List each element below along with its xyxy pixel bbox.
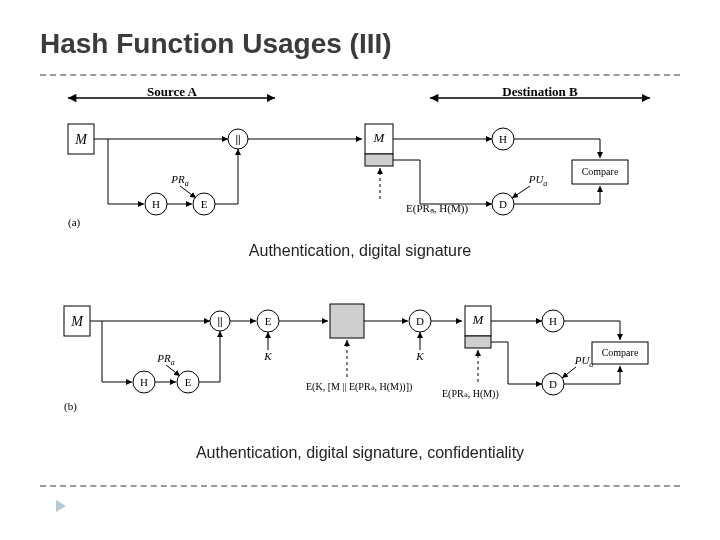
sig-block-a: [365, 154, 393, 166]
cipher-block-b: [330, 304, 364, 338]
divider-bottom: [40, 485, 680, 487]
box-m-src: M: [74, 132, 88, 147]
svg-line-24: [512, 186, 530, 198]
header-dest: Destination B: [502, 86, 578, 99]
page-title: Hash Function Usages (III): [40, 28, 392, 60]
e-k-b: E: [265, 315, 272, 327]
d-dst-a: D: [499, 198, 507, 210]
h-dst-b: H: [549, 315, 557, 327]
k-dec-b: K: [415, 350, 424, 362]
concat-a: ||: [235, 134, 240, 145]
pra-a: PRa: [170, 173, 188, 188]
pra-b: PRa: [156, 352, 174, 367]
h-src-b: H: [140, 376, 148, 388]
formula-b2: E(PRₐ, H(M)): [442, 388, 499, 400]
box-m-src-b: M: [70, 314, 84, 329]
formula-b1: E(K, [M || E(PRₐ, H(M))]): [306, 381, 412, 393]
box-m-dst-b: M: [472, 312, 485, 327]
h-dst-a: H: [499, 133, 507, 145]
d-k-b: D: [416, 315, 424, 327]
pua-a: PUa: [528, 173, 548, 188]
header-source: Source A: [147, 86, 198, 99]
concat-b: ||: [217, 316, 222, 327]
bullet-icon: [56, 500, 66, 512]
k-enc-b: K: [263, 350, 272, 362]
compare-a: Compare: [582, 166, 619, 177]
divider-top: [40, 74, 680, 76]
sig-block-b: [465, 336, 491, 348]
svg-line-58: [562, 367, 576, 378]
panel-label-b: (b): [64, 400, 77, 413]
caption-b: Authentication, digital signature, confi…: [0, 444, 720, 462]
diagram-a: Source A Destination B M || H E PRa: [60, 86, 660, 236]
box-m-dst-a: M: [373, 130, 386, 145]
e-pra-b: E: [185, 376, 192, 388]
compare-b: Compare: [602, 347, 639, 358]
pua-b: PUa: [574, 354, 594, 369]
e-src-a: E: [201, 198, 208, 210]
slide: Hash Function Usages (III) Source A Dest…: [0, 0, 720, 540]
d-pua-b: D: [549, 378, 557, 390]
caption-a: Authentication, digital signature: [0, 242, 720, 260]
h-src-a: H: [152, 198, 160, 210]
panel-label-a: (a): [68, 216, 81, 229]
diagram-b: M || H E PRa E K E(K,: [60, 282, 660, 437]
